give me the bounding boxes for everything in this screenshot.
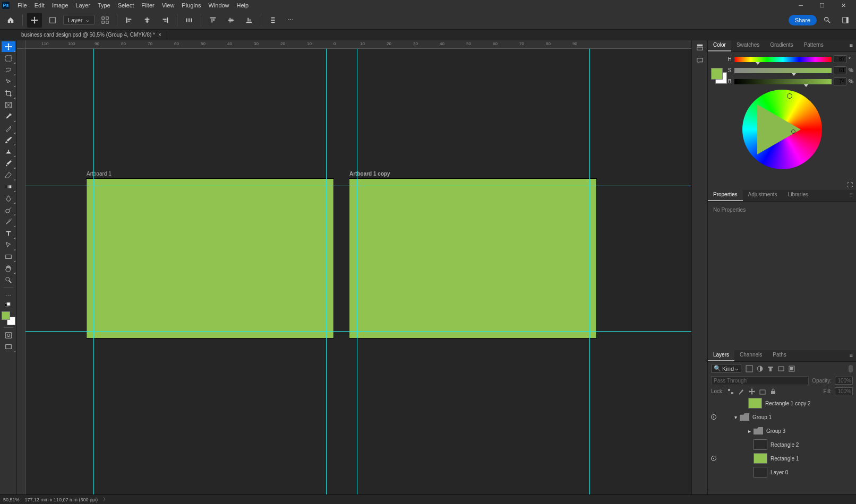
tab-gradients[interactable]: Gradients	[765, 40, 798, 51]
menu-edit[interactable]: Edit	[31, 2, 48, 8]
layer-name[interactable]: Layer 0	[771, 470, 788, 475]
layer-name[interactable]: Rectangle 1 copy 2	[765, 401, 811, 406]
filter-toggle-switch[interactable]	[849, 365, 853, 372]
document-tab[interactable]: business card design.psd @ 50,5% (Group …	[16, 31, 167, 39]
menu-plugins[interactable]: Plugins	[178, 2, 204, 8]
opacity-input[interactable]	[835, 377, 853, 385]
guide-vertical[interactable]	[357, 49, 357, 504]
marquee-tool[interactable]	[2, 53, 15, 64]
guide-vertical[interactable]	[93, 49, 94, 504]
lock-transparency-icon[interactable]	[727, 388, 734, 395]
lock-artboard-icon[interactable]	[759, 388, 766, 395]
screen-mode-icon[interactable]	[2, 342, 15, 352]
close-tab-icon[interactable]: ×	[158, 32, 161, 38]
quick-select-tool[interactable]	[2, 76, 15, 87]
menu-filter[interactable]: Filter	[138, 2, 158, 8]
menu-help[interactable]: Help	[233, 2, 253, 8]
visibility-toggle[interactable]	[709, 414, 718, 420]
path-select-tool[interactable]	[2, 240, 15, 250]
layer-name[interactable]: Group 1	[752, 414, 772, 420]
color-panel-expand-icon[interactable]: ⛶	[847, 181, 853, 188]
transform-controls-checkbox[interactable]	[98, 13, 113, 28]
auto-select-checkbox[interactable]	[45, 13, 60, 28]
fill-input[interactable]	[835, 387, 853, 395]
color-wheel[interactable]	[742, 90, 822, 169]
lock-position-icon[interactable]	[748, 388, 756, 395]
menu-layer[interactable]: Layer	[72, 2, 94, 8]
type-tool[interactable]	[2, 228, 15, 239]
panel-strip-icon[interactable]	[696, 44, 704, 52]
gradient-tool[interactable]	[2, 181, 15, 192]
hue-slider[interactable]	[734, 57, 832, 62]
lock-all-icon[interactable]	[769, 388, 777, 395]
move-tool[interactable]	[2, 41, 15, 52]
frame-tool[interactable]	[2, 100, 15, 110]
distribute-v-icon[interactable]	[266, 13, 280, 28]
layer-name[interactable]: Rectangle 2	[771, 442, 799, 448]
guide-horizontal[interactable]	[25, 186, 691, 186]
layer-row[interactable]: Rectangle 1	[708, 451, 856, 465]
crop-tool[interactable]	[2, 88, 15, 99]
window-minimize-icon[interactable]: ─	[790, 0, 811, 11]
zoom-tool[interactable]	[2, 275, 15, 285]
menu-type[interactable]: Type	[94, 2, 114, 8]
tab-layers[interactable]: Layers	[708, 350, 734, 361]
zoom-level[interactable]: 50,51%	[3, 497, 20, 502]
document-info[interactable]: 177,12 mm x 110,07 mm (300 ppi)	[25, 497, 98, 502]
eraser-tool[interactable]	[2, 170, 15, 180]
clone-stamp-tool[interactable]	[2, 146, 15, 157]
layer-thumbnail[interactable]	[754, 427, 763, 435]
dodge-tool[interactable]	[2, 205, 15, 215]
panel-foreground-swatch[interactable]	[711, 68, 723, 80]
tab-libraries[interactable]: Libraries	[783, 190, 814, 201]
saturation-slider[interactable]	[734, 68, 832, 73]
rectangle-tool[interactable]	[2, 251, 15, 262]
home-button[interactable]	[3, 13, 18, 28]
distribute-h-icon[interactable]	[182, 13, 196, 28]
window-maximize-icon[interactable]: ☐	[811, 0, 833, 11]
tab-swatches[interactable]: Swatches	[731, 40, 765, 51]
workspace-switcher-icon[interactable]	[838, 13, 853, 28]
layer-thumbnail[interactable]	[754, 467, 767, 477]
status-chevron-icon[interactable]: 〉	[103, 496, 108, 503]
tab-patterns[interactable]: Patterns	[799, 40, 829, 51]
menu-window[interactable]: Window	[204, 2, 233, 8]
edit-toolbar-icon[interactable]: ⋯	[2, 290, 15, 301]
foreground-color-swatch[interactable]	[2, 311, 10, 320]
menu-image[interactable]: Image	[48, 2, 72, 8]
align-right-icon[interactable]	[158, 13, 173, 28]
canvas-area[interactable]: 110 100 90 80 70 60 50 40 30 20 10 0 10 …	[17, 40, 691, 504]
layer-row[interactable]: Rectangle 1 copy 2	[708, 396, 856, 410]
guide-horizontal[interactable]	[25, 331, 691, 332]
default-colors-icon[interactable]	[2, 302, 15, 308]
filter-pixel-icon[interactable]	[746, 365, 753, 372]
tab-paths[interactable]: Paths	[767, 350, 792, 361]
foreground-background-colors[interactable]	[2, 311, 15, 325]
tab-color[interactable]: Color	[708, 40, 731, 51]
align-vcenter-icon[interactable]	[224, 13, 238, 28]
artboard-1-copy[interactable]	[349, 179, 596, 338]
menu-file[interactable]: File	[14, 2, 31, 8]
lock-image-icon[interactable]	[738, 388, 745, 395]
layer-name[interactable]: Rectangle 1	[771, 456, 799, 462]
blur-tool[interactable]	[2, 193, 15, 204]
eyedropper-tool[interactable]	[2, 111, 15, 122]
brush-tool[interactable]	[2, 135, 15, 145]
more-options-icon[interactable]: ⋯	[284, 13, 298, 28]
align-hcenter-icon[interactable]	[140, 13, 155, 28]
layer-thumbnail[interactable]	[740, 413, 749, 421]
layer-row[interactable]: ▾Group 1	[708, 410, 856, 424]
share-button[interactable]: Share	[789, 15, 817, 25]
layer-row[interactable]: Layer 0	[708, 465, 856, 479]
filter-type-icon[interactable]	[767, 365, 774, 372]
comments-icon[interactable]	[696, 57, 704, 66]
brightness-value-input[interactable]	[834, 77, 846, 85]
guide-vertical[interactable]	[589, 49, 590, 504]
menu-select[interactable]: Select	[114, 2, 138, 8]
tab-adjustments[interactable]: Adjustments	[743, 190, 783, 201]
artboard-1-copy-label[interactable]: Artboard 1 copy	[349, 171, 390, 177]
hue-value-input[interactable]	[834, 55, 846, 63]
panel-menu-icon[interactable]: ≡	[846, 190, 856, 201]
vertical-ruler[interactable]	[17, 49, 25, 504]
history-brush-tool[interactable]	[2, 158, 15, 169]
